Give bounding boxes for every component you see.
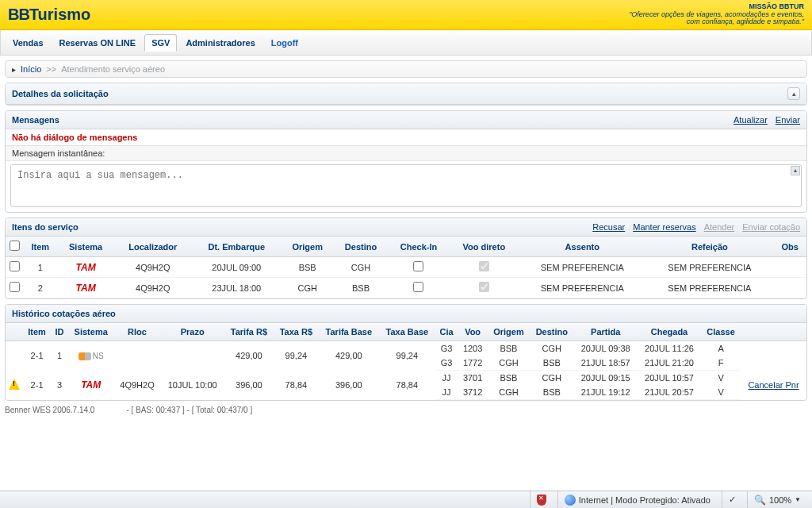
cell-chegada: 21JUL 21:20: [638, 356, 701, 371]
cell-id: 1: [51, 341, 68, 371]
cell-chegada: 20JUL 10:57: [638, 371, 701, 386]
select-all-checkbox[interactable]: [10, 241, 20, 251]
cell-action: Cancelar Pnr: [741, 371, 806, 400]
cell-cia: JJ: [435, 371, 458, 386]
tam-logo: TAM: [81, 379, 101, 391]
cell-dt: 23JUL 18:00: [192, 278, 282, 298]
col-dt-embarque: Dt. Embarque: [192, 237, 282, 257]
cancelar-pnr-link[interactable]: Cancelar Pnr: [748, 380, 799, 390]
col-voo-direto: Voo direto: [450, 237, 519, 257]
col-h-sistema: Sistema: [68, 323, 114, 341]
col-sistema: Sistema: [57, 237, 113, 257]
cell-classe: A: [701, 341, 741, 356]
mensagens-alert: Não há diálogo de mensagens: [6, 129, 806, 146]
action-manter-reservas[interactable]: Manter reservas: [633, 222, 695, 232]
cell-obs: [773, 257, 806, 278]
col-h-origem: Origem: [488, 323, 530, 341]
cell-sistema: TAM: [57, 278, 113, 298]
panel-itens-header: Itens do serviço Recusar Manter reservas…: [6, 218, 806, 237]
cell-refeicao: SEM PREFERENCIA: [646, 278, 774, 298]
mission-line2: com confiança, agilidade e simpatia.": [629, 18, 804, 26]
scroll-up-icon[interactable]: ▴: [791, 166, 800, 175]
cell-obs: [773, 278, 806, 298]
cell-warn: [6, 341, 23, 371]
cell-id: 3: [51, 371, 68, 400]
cell-chegada: 20JUL 11:26: [638, 341, 701, 356]
cell-cia: JJ: [435, 385, 458, 400]
cell-assento: SEM PREFERENCIA: [519, 257, 646, 278]
menu-logoff[interactable]: Logoff: [264, 34, 305, 52]
cell-voo: 3701: [458, 371, 487, 386]
cell-prazo: 10JUL 10:00: [161, 371, 224, 400]
voo-direto-checkbox[interactable]: [479, 261, 489, 271]
mensagens-textarea[interactable]: [11, 165, 790, 205]
menu-administradores[interactable]: Administradores: [178, 34, 262, 52]
menu-sgv[interactable]: SGV: [144, 34, 177, 52]
breadcrumb-arrow-icon[interactable]: ▸: [12, 65, 16, 74]
logo: BBTurismo: [8, 6, 90, 24]
tam-logo: TAM: [76, 262, 96, 273]
cell-warn: [6, 371, 23, 400]
collapse-button[interactable]: ▴: [787, 87, 800, 100]
cell-destino: BSB: [530, 356, 573, 371]
warning-icon: [9, 379, 20, 390]
action-recusar[interactable]: Recusar: [592, 222, 625, 232]
col-h-partida: Partida: [574, 323, 638, 341]
cell-partida: 20JUL 09:15: [574, 371, 638, 386]
col-h-destino: Destino: [530, 323, 573, 341]
breadcrumb-current: Atendimento serviço aéreo: [61, 64, 165, 74]
cell-classe: F: [701, 356, 741, 371]
action-enviar-cotacao[interactable]: Enviar cotação: [742, 222, 800, 232]
cell-item: 2-1: [23, 341, 51, 371]
menu-reservas[interactable]: Reservas ON LINE: [52, 34, 144, 52]
itens-header-row: Item Sistema Localizador Dt. Embarque Or…: [6, 237, 806, 257]
action-atualizar[interactable]: Atualizar: [733, 115, 768, 125]
breadcrumb-inicio[interactable]: Início: [21, 64, 41, 74]
cell-item: 1: [23, 257, 57, 278]
cell-destino: CGH: [530, 341, 573, 356]
col-origem: Origem: [282, 237, 334, 257]
cell-taxa: 99,24: [274, 341, 319, 371]
col-h-classe: Classe: [701, 323, 741, 341]
col-h-taxa-base: Taxa Base: [379, 323, 435, 341]
action-atender[interactable]: Atender: [704, 222, 735, 232]
panel-historico: Histórico cotações aéreo Item ID Sistema…: [5, 304, 807, 401]
col-h-prazo: Prazo: [161, 323, 224, 341]
cell-voo: 3712: [458, 385, 487, 400]
mensagens-label: Mensagem instantânea:: [6, 146, 806, 161]
col-h-cia: Cia: [435, 323, 458, 341]
mensagens-actions: Atualizar Enviar: [733, 115, 800, 125]
cell-taxa: 78,84: [274, 371, 319, 400]
cell-origem: CGH: [488, 385, 530, 400]
cell-sistema: TAM: [57, 257, 113, 278]
checkin-checkbox[interactable]: [413, 261, 423, 271]
page-footer: Benner WES 2006.7.14.0 - [ BAS: 00:437 ]…: [5, 406, 807, 414]
cell-classe: V: [701, 385, 741, 400]
col-h-rloc: Rloc: [114, 323, 161, 341]
col-refeicao: Refeição: [646, 237, 774, 257]
panel-historico-title: Histórico cotações aéreo: [12, 309, 116, 318]
panel-mensagens-header: Mensagens Atualizar Enviar: [6, 111, 806, 129]
panel-itens-title: Itens do serviço: [12, 222, 79, 232]
checkin-checkbox[interactable]: [413, 282, 423, 292]
cell-destino: BSB: [530, 385, 573, 400]
cell-destino: CGH: [530, 371, 573, 386]
cell-prazo: [161, 341, 224, 371]
itens-table: Item Sistema Localizador Dt. Embarque Or…: [6, 237, 806, 298]
itens-actions: Recusar Manter reservas Atender Enviar c…: [592, 222, 800, 232]
cell-cia: G3: [435, 356, 458, 371]
menu-vendas[interactable]: Vendas: [6, 34, 51, 52]
voo-direto-checkbox[interactable]: [479, 282, 489, 292]
footer-timing: - [ BAS: 00:437 ] - [ Total: 00:437/0 ]: [126, 406, 252, 414]
cell-origem: CGH: [282, 278, 334, 298]
cell-cia: G3: [435, 341, 458, 356]
cell-assento: SEM PREFERENCIA: [519, 278, 646, 298]
col-obs: Obs: [773, 237, 806, 257]
action-enviar[interactable]: Enviar: [776, 115, 800, 125]
cell-origem: BSB: [282, 257, 334, 278]
row-checkbox[interactable]: [10, 261, 20, 271]
cell-dt: 20JUL 09:00: [192, 257, 282, 278]
cell-origem: BSB: [488, 341, 530, 356]
cell-localizador: 4Q9H2Q: [114, 278, 192, 298]
row-checkbox[interactable]: [10, 282, 20, 292]
